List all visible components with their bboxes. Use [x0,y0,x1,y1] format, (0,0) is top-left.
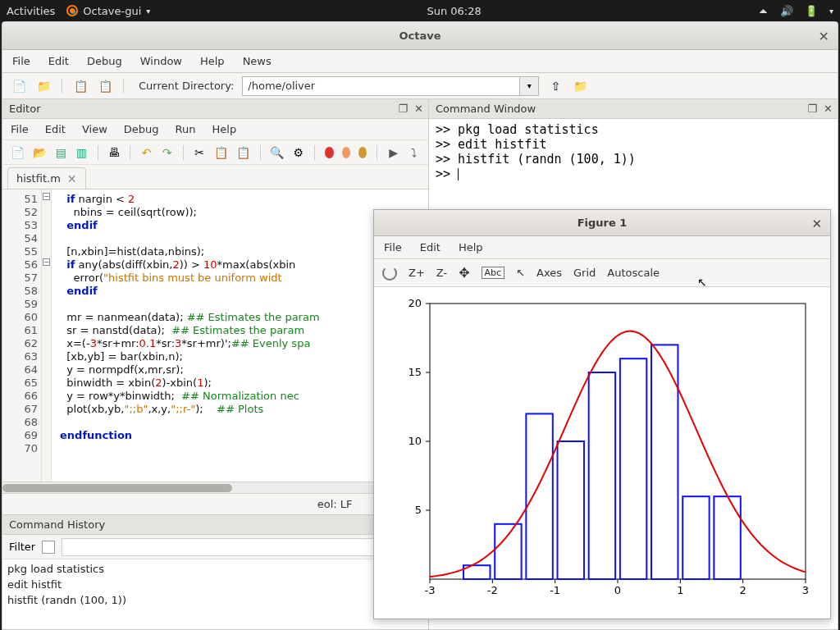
network-icon[interactable]: ⏶ [758,5,769,17]
open-file-icon[interactable]: 📂 [33,144,47,161]
plot-svg: -3-2-101235101520 [374,287,830,619]
status-eol: eol: LF [317,498,353,510]
fold-marker[interactable]: − [43,258,50,266]
editor-menu-run[interactable]: Run [176,123,196,135]
svg-text:10: 10 [408,435,422,447]
close-panel2-icon[interactable]: ✕ [824,103,833,115]
svg-rect-27 [589,372,615,579]
step-in-icon[interactable]: ⤵ [408,144,420,161]
main-menubar: FileEditDebugWindowHelpNews [2,50,838,73]
dir-up-icon[interactable]: ⇧ [547,78,564,94]
find-files-icon[interactable]: ⚙ [292,144,304,161]
app-menu[interactable]: Octave-gui ▾ [66,5,150,17]
history-list[interactable]: pkg load statisticsedit histfithistfit (… [2,559,428,629]
menu-window[interactable]: Window [139,53,184,69]
browse-folder-icon[interactable]: 📁 [572,78,588,94]
new-script-icon[interactable]: 📄 [11,78,27,94]
svg-text:5: 5 [415,504,422,516]
volume-icon[interactable]: 🔊 [780,5,793,17]
figure-menu-edit[interactable]: Edit [420,241,441,253]
select-tool-icon[interactable]: ↖ [516,267,525,279]
save-all-icon[interactable]: ▥ [75,144,88,161]
grid-button[interactable]: Grid [573,267,596,279]
fold-marker[interactable]: − [43,193,50,200]
breakpoint-icon[interactable] [325,147,333,158]
cut-icon[interactable]: ✂ [194,144,206,161]
undock2-icon[interactable]: ❐ [807,103,817,115]
system-menu-chevron-icon[interactable]: ▾ [829,7,833,16]
current-directory-combo[interactable]: ▾ [242,76,539,96]
editor-menu-help[interactable]: Help [212,123,237,135]
code-text[interactable]: if nargin < 2 nbins = ceil(sqrt(row)); e… [52,189,428,482]
battery-icon[interactable]: 🔋 [805,5,818,17]
svg-text:15: 15 [408,366,422,378]
editor-h-scrollbar[interactable] [2,482,428,493]
text-tool-button[interactable]: Abc [482,267,505,279]
figure-menubar: FileEditHelp [374,236,830,259]
history-filter-input[interactable] [62,538,422,556]
editor-menu-view[interactable]: View [82,123,107,135]
figure-menu-help[interactable]: Help [459,241,483,253]
undo-icon[interactable]: ↶ [140,144,153,161]
breakpoint3-icon[interactable] [358,147,367,158]
figure-titlebar[interactable]: Figure 1 ✕ [374,210,830,236]
activities-button[interactable]: Activities [7,5,55,17]
menu-file[interactable]: File [11,53,32,69]
editor-menu-debug[interactable]: Debug [124,123,159,135]
svg-rect-30 [682,496,709,579]
main-toolbar: 📄 📁 📋 📋 Current Directory: ▾ ⇧ 📁 [2,73,838,99]
rotate-icon[interactable] [382,266,397,281]
current-directory-input[interactable] [242,76,519,96]
menu-news[interactable]: News [241,53,273,69]
close-tab-icon[interactable]: ✕ [67,172,77,185]
open-folder-icon[interactable]: 📁 [35,78,52,94]
svg-text:-2: -2 [487,584,498,596]
figure-window[interactable]: Figure 1 ✕ FileEditHelp Z+ Z- ✥ Abc ↖ Ax… [373,209,831,619]
editor-tab-histfit[interactable]: histfit.m ✕ [7,167,86,189]
current-directory-dropdown-icon[interactable]: ▾ [519,76,539,96]
svg-text:-3: -3 [425,584,436,596]
menu-edit[interactable]: Edit [47,53,71,69]
autoscale-button[interactable]: Autoscale [607,267,660,279]
editor-menu-file[interactable]: File [11,123,29,135]
window-titlebar[interactable]: Octave ✕ [2,22,838,50]
menu-help[interactable]: Help [199,53,226,69]
copy2-icon[interactable]: 📋 [214,144,228,161]
menu-debug[interactable]: Debug [85,53,124,69]
close-panel-icon[interactable]: ✕ [414,103,423,115]
command-window-panel-title-label: Command Window [436,103,536,115]
code-editor[interactable]: 51 52 53 54 55 56 57 58 59 60 61 62 63 6… [2,189,428,482]
new-file-icon[interactable]: 📄 [11,144,25,161]
svg-text:0: 0 [614,584,621,596]
paste-icon[interactable]: 📋 [97,78,113,94]
svg-rect-31 [714,496,740,579]
close-icon[interactable]: ✕ [819,29,829,44]
zoom-in-button[interactable]: Z+ [409,267,425,279]
octave-icon [66,5,78,16]
editor-panel-title: Editor ❐ ✕ [2,99,428,119]
editor-tabstrip: histfit.m ✕ [2,165,428,189]
figure-plot-area[interactable]: -3-2-101235101520 [374,287,830,619]
breakpoint2-icon[interactable] [342,147,350,158]
history-item[interactable]: histfit (randn (100, 1)) [7,592,423,608]
undock-icon[interactable]: ❐ [398,103,408,115]
history-item[interactable]: edit histfit [7,577,423,592]
history-filter-checkbox[interactable] [42,541,55,554]
step-over-icon[interactable]: ▶ [387,144,399,161]
pan-icon[interactable]: ✥ [459,265,469,281]
editor-menu-edit[interactable]: Edit [45,123,66,135]
copy-icon[interactable]: 📋 [72,78,89,94]
clock[interactable]: Sun 06:28 [427,5,481,17]
save-icon[interactable]: ▤ [55,144,67,161]
figure-menu-file[interactable]: File [384,241,402,253]
find-icon[interactable]: 🔍 [270,144,284,161]
history-filter-label: Filter [9,541,35,553]
paste2-icon[interactable]: 📋 [236,144,250,161]
svg-rect-25 [526,413,552,579]
print-icon[interactable]: 🖶 [108,144,121,161]
figure-close-icon[interactable]: ✕ [811,217,822,231]
history-item[interactable]: pkg load statistics [7,561,423,577]
axes-button[interactable]: Axes [536,267,562,279]
redo-icon[interactable]: ↷ [161,144,173,161]
zoom-out-button[interactable]: Z- [436,267,447,279]
